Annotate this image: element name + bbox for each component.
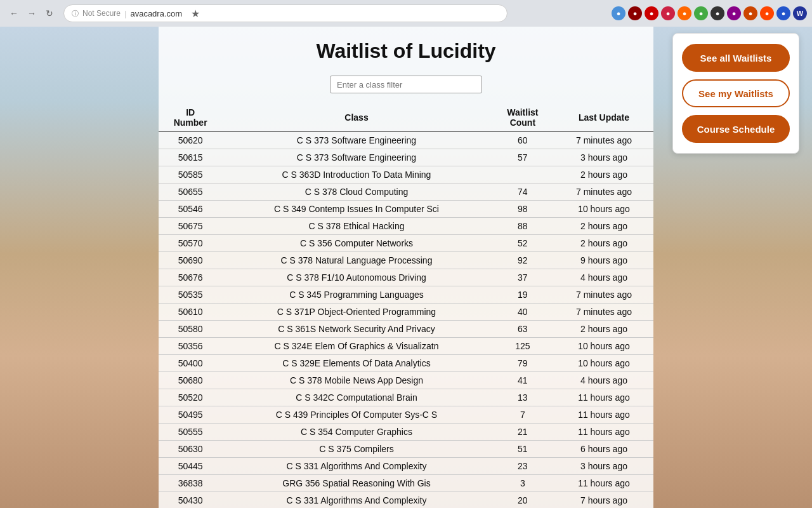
see-my-waitlists-button[interactable]: See my Waitlists (682, 79, 790, 107)
table-row: 50356C S 324E Elem Of Graphics & Visuali… (159, 338, 653, 355)
cell-waitlist: 3 (491, 475, 554, 492)
browser-nav: ← → ↻ (0, 7, 63, 20)
cell-waitlist: 20 (491, 492, 554, 509)
table-body: 50620C S 373 Software Engineering607 min… (159, 132, 653, 509)
ext-icon-7[interactable]: ● (710, 6, 724, 20)
cell-id: 50400 (159, 355, 222, 372)
cell-waitlist: 41 (491, 372, 554, 389)
cell-class: C S 378 F1/10 Autonomous Driving (222, 269, 490, 286)
browser-chrome: ← → ↻ ⓘ Not Secure | avacadra.com ★ ● ● … (0, 0, 812, 27)
table-row: 50630C S 375 Compilers516 hours ago (159, 441, 653, 458)
table-row: 50495C S 439 Principles Of Computer Sys-… (159, 406, 653, 424)
cell-update: 10 hours ago (554, 201, 653, 218)
bookmark-icon[interactable]: ★ (191, 8, 200, 20)
table-row: 50520C S 342C Computational Brain1311 ho… (159, 389, 653, 406)
cell-update: 4 hours ago (554, 269, 653, 286)
cell-waitlist: 19 (491, 286, 554, 304)
table-row: 50570C S 356 Computer Networks522 hours … (159, 235, 653, 252)
ext-icon-11[interactable]: ● (776, 6, 790, 20)
ext-icon-10[interactable]: ● (760, 6, 774, 20)
cell-id: 36838 (159, 475, 222, 492)
ext-icon-6[interactable]: ● (694, 6, 708, 20)
cell-class: C S 375 Compilers (222, 441, 490, 458)
table-row: 50680C S 378 Mobile News App Design414 h… (159, 372, 653, 389)
table-row: 50430C S 331 Algorithms And Complexity20… (159, 492, 653, 509)
cell-waitlist: 40 (491, 304, 554, 321)
ext-icon-2[interactable]: ● (628, 6, 642, 20)
cell-waitlist: 79 (491, 355, 554, 372)
table-row: 50546C S 349 Contemp Issues In Computer … (159, 201, 653, 218)
back-button[interactable]: ← (8, 7, 20, 20)
cell-update: 2 hours ago (554, 218, 653, 235)
cell-waitlist: 51 (491, 441, 554, 458)
cell-class: C S 331 Algorithms And Complexity (222, 492, 490, 509)
cell-waitlist: 63 (491, 321, 554, 338)
cell-class: C S 373 Software Engineering (222, 132, 490, 149)
cell-class: C S 356 Computer Networks (222, 235, 490, 252)
cell-id: 50356 (159, 338, 222, 355)
cell-update: 2 hours ago (554, 166, 653, 184)
cell-class: C S 378 Cloud Computing (222, 184, 490, 201)
reload-button[interactable]: ↻ (43, 7, 56, 20)
header-class: Class (222, 104, 490, 132)
cell-update: 7 minutes ago (554, 184, 653, 201)
cell-id: 50655 (159, 184, 222, 201)
table-row: 50610C S 371P Object-Oriented Programmin… (159, 304, 653, 321)
floating-panel: See all Waitlists See my Waitlists Cours… (672, 33, 799, 154)
cell-id: 50615 (159, 149, 222, 166)
cell-id: 50585 (159, 166, 222, 184)
ext-icon-3[interactable]: ● (645, 6, 658, 20)
ext-icon-5[interactable]: ● (678, 6, 691, 20)
table-row: 50555C S 354 Computer Graphics2111 hours… (159, 424, 653, 441)
main-content: Waitlist of Lucidity IDNumber Class Wait… (0, 27, 812, 508)
table-row: 50445C S 331 Algorithms And Complexity23… (159, 458, 653, 475)
cell-id: 50570 (159, 235, 222, 252)
cell-id: 50676 (159, 269, 222, 286)
cell-update: 4 hours ago (554, 372, 653, 389)
cell-class: C S 439 Principles Of Computer Sys-C S (222, 406, 490, 424)
cell-id: 50580 (159, 321, 222, 338)
cell-waitlist: 92 (491, 252, 554, 269)
cell-update: 7 minutes ago (554, 286, 653, 304)
address-separator: | (124, 9, 126, 18)
ext-icon-12[interactable]: W (793, 6, 807, 20)
cell-waitlist: 52 (491, 235, 554, 252)
ext-icon-8[interactable]: ● (727, 6, 741, 20)
cell-update: 6 hours ago (554, 441, 653, 458)
table-row: 36838GRG 356 Spatial Reasoning With Gis3… (159, 475, 653, 492)
cell-id: 50675 (159, 218, 222, 235)
header-waitlist: WaitlistCount (491, 104, 554, 132)
cell-update: 2 hours ago (554, 235, 653, 252)
ext-icon-4[interactable]: ● (661, 6, 675, 20)
table-row: 50580C S 361S Network Security And Priva… (159, 321, 653, 338)
forward-button[interactable]: → (25, 7, 38, 20)
table-header: IDNumber Class WaitlistCount Last Update (159, 104, 653, 132)
cell-update: 7 hours ago (554, 492, 653, 509)
ext-icon-1[interactable]: ● (612, 6, 625, 20)
cell-id: 50430 (159, 492, 222, 509)
browser-toolbar: ● ● ● ● ● ● ● ● ● ● ● W (606, 6, 812, 20)
ext-icon-9[interactable]: ● (743, 6, 757, 20)
table-row: 50620C S 373 Software Engineering607 min… (159, 132, 653, 149)
cell-id: 50610 (159, 304, 222, 321)
cell-waitlist (491, 166, 554, 184)
see-all-waitlists-button[interactable]: See all Waitlists (682, 44, 790, 72)
cell-waitlist: 57 (491, 149, 554, 166)
course-schedule-button[interactable]: Course Schedule (682, 115, 790, 143)
cell-class: GRG 356 Spatial Reasoning With Gis (222, 475, 490, 492)
class-filter-input[interactable] (330, 76, 482, 93)
cell-class: C S 331 Algorithms And Complexity (222, 458, 490, 475)
cell-class: C S 349 Contemp Issues In Computer Sci (222, 201, 490, 218)
cell-waitlist: 74 (491, 184, 554, 201)
cell-id: 50555 (159, 424, 222, 441)
cell-class: C S 342C Computational Brain (222, 389, 490, 406)
cell-waitlist: 88 (491, 218, 554, 235)
cell-id: 50690 (159, 252, 222, 269)
cell-id: 50680 (159, 372, 222, 389)
cell-update: 3 hours ago (554, 458, 653, 475)
address-bar[interactable]: ⓘ Not Secure | avacadra.com ★ (63, 4, 508, 22)
cell-class: C S 363D Introduction To Data Mining (222, 166, 490, 184)
cell-id: 50620 (159, 132, 222, 149)
cell-id: 50520 (159, 389, 222, 406)
page-title: Waitlist of Lucidity (159, 39, 653, 63)
